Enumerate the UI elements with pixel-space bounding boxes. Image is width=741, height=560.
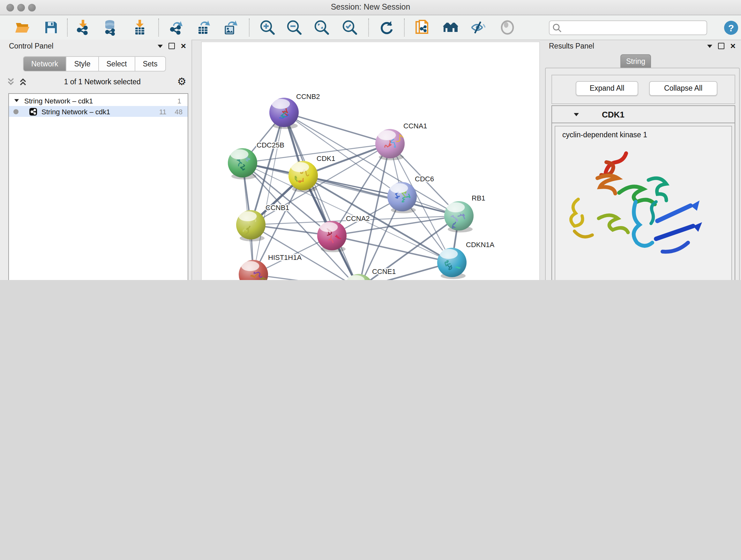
node-label: CCNA2 (346, 214, 370, 223)
toolbar-separator (368, 18, 369, 37)
svg-text:?: ? (728, 22, 734, 33)
tab-style[interactable]: Style (66, 56, 98, 71)
string-hide-glass-button[interactable] (467, 17, 489, 38)
zoom-out-icon (286, 19, 302, 36)
zoom-fit-icon (313, 19, 330, 36)
export-network-button[interactable] (165, 17, 187, 38)
export-image-button[interactable] (219, 17, 241, 38)
results-panel-title: Results Panel (549, 42, 594, 50)
network-edge (332, 236, 452, 262)
network-node-CCNB2[interactable]: CCNB2 (269, 92, 320, 129)
node-label: CDKN1A (466, 241, 495, 249)
close-panel-icon[interactable]: ✕ (181, 44, 186, 49)
network-collection-row[interactable]: String Network – cdk1 1 (9, 95, 188, 106)
export-table-icon (195, 19, 212, 36)
help-button[interactable]: ? (720, 17, 741, 38)
crosslinks-title: CrossLinks (564, 280, 605, 280)
collection-label: String Network – cdk1 (24, 97, 93, 105)
zoom-fit-button[interactable] (311, 17, 333, 38)
string-network-icon (29, 108, 37, 115)
tab-sets[interactable]: Sets (135, 56, 165, 71)
node-label: CCNA1 (403, 122, 427, 130)
network-selection-status: 1 of 1 Network selected (27, 78, 177, 85)
table-import-icon (131, 19, 148, 36)
control-panel-title: Control Panel (9, 42, 53, 50)
network-edge (284, 112, 390, 144)
gray-eye-icon (500, 20, 515, 35)
zoom-out-button[interactable] (283, 17, 305, 38)
network-edge-count: 48 (175, 108, 183, 115)
panel-menu-icon[interactable] (158, 44, 163, 48)
collection-count: 1 (178, 97, 181, 105)
float-panel-icon[interactable] (718, 43, 724, 49)
node-label: CCNB1 (266, 204, 289, 212)
show-graphics-details-button[interactable] (496, 17, 518, 38)
string-results-box: Expand All Collapse All CDK1 cyclin-depe… (545, 68, 740, 280)
refresh-icon (379, 20, 394, 35)
network-node-CCNB1[interactable]: CCNB1 (236, 204, 289, 241)
main-toolbar: ? (0, 15, 741, 40)
import-network-from-database-button[interactable] (99, 17, 121, 38)
float-panel-icon[interactable] (169, 43, 175, 49)
string-document-button[interactable] (412, 17, 433, 38)
network-options-gear-icon[interactable]: ⚙ (177, 77, 186, 87)
export-network-icon (168, 19, 185, 36)
results-panel: Results Panel ✕ String Expand All Collap… (542, 40, 741, 280)
help-icon: ? (723, 19, 739, 36)
network-status-dot (13, 109, 18, 114)
tab-string[interactable]: String (620, 54, 651, 69)
node-label: CDC25B (257, 141, 284, 149)
search-icon (552, 23, 562, 33)
protein-name: CDK1 (602, 110, 624, 119)
apply-layout-button[interactable] (376, 17, 398, 38)
panel-menu-icon[interactable] (707, 44, 712, 48)
network-node-CDKN1A[interactable]: CDKN1A (437, 241, 495, 279)
network-node-CCNA1[interactable]: CCNA1 (375, 122, 427, 160)
tab-select[interactable]: Select (99, 56, 135, 71)
tab-network[interactable]: Network (23, 56, 66, 71)
collapse-all-networks-icon[interactable] (18, 77, 27, 86)
string-home-button[interactable] (440, 17, 461, 38)
import-table-button[interactable] (129, 17, 151, 38)
expand-collapse-section: Expand All Collapse All (551, 75, 735, 104)
expand-all-networks-icon[interactable] (6, 77, 15, 86)
protein-description: cyclin-dependent kinase 1 (562, 131, 731, 138)
network-node-count: 11 (159, 108, 166, 115)
network-node-CDK1[interactable]: CDK1 (288, 154, 335, 192)
save-session-button[interactable] (40, 17, 62, 38)
toolbar-separator (67, 18, 68, 37)
control-panel-tabs: Network Style Select Sets (23, 56, 166, 71)
window-title: Session: New Session (0, 3, 741, 11)
node-label: HIST1H1A (268, 253, 301, 261)
toolbar-separator (249, 18, 250, 37)
open-folder-icon (14, 19, 30, 36)
search-field[interactable] (549, 20, 707, 35)
node-label: CCNE1 (372, 267, 396, 275)
collection-expander-icon[interactable] (14, 99, 19, 102)
node-label: RB1 (472, 194, 485, 202)
export-table-button[interactable] (193, 17, 214, 38)
open-session-button[interactable] (11, 17, 33, 38)
close-panel-icon[interactable]: ✕ (730, 44, 736, 49)
expand-all-button[interactable]: Expand All (576, 81, 638, 96)
protein-section-header[interactable]: CDK1 (552, 106, 735, 123)
homes-icon (442, 19, 459, 36)
network-node-RB1[interactable]: RB1 (444, 194, 485, 233)
protein-structure-image (560, 143, 714, 274)
zoom-in-button[interactable] (257, 17, 278, 38)
zoom-selected-icon (341, 19, 358, 36)
node-label: CCNB2 (296, 92, 320, 101)
toolbar-separator (404, 18, 405, 37)
title-bar: Session: New Session (0, 0, 741, 15)
application-window: Session: New Session ? Control (0, 0, 741, 280)
network-tree: String Network – cdk1 1 String Network –… (8, 93, 188, 280)
import-network-icon (75, 19, 91, 36)
collapse-section-icon[interactable] (574, 113, 579, 116)
zoom-selected-button[interactable] (339, 17, 360, 38)
node-label: CDC6 (415, 175, 434, 183)
network-view[interactable]: CCNB2CCNA1CDC25BCDK1CDC6RB1CCNB1CCNA2HIS… (201, 42, 540, 280)
import-network-button[interactable] (72, 17, 94, 38)
collapse-all-button[interactable]: Collapse All (649, 81, 718, 96)
network-row[interactable]: String Network – cdk1 11 48 (9, 106, 188, 117)
search-input[interactable] (565, 23, 706, 32)
